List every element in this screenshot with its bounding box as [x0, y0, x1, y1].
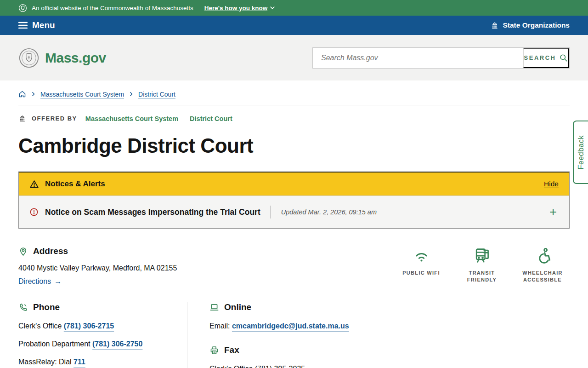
phone-section: Phone Clerk's Office (781) 306-2715 Prob…: [18, 302, 187, 368]
wifi-icon: [413, 247, 430, 264]
notices-alerts-title: Notices & Alerts: [45, 179, 538, 189]
chevron-right-icon: [129, 92, 134, 97]
location-pin-icon: [18, 247, 28, 256]
phone-line-massrelay: MassRelay: Dial 711: [18, 358, 187, 366]
chevron-right-icon: [31, 92, 36, 97]
warning-triangle-icon: [29, 179, 39, 189]
address-text: 4040 Mystic Valley Parkway, Medford, MA …: [18, 264, 177, 272]
amenity-label: PUBLIC WIFI: [402, 270, 440, 276]
menu-button[interactable]: Menu: [18, 20, 55, 30]
contact-grid: Phone Clerk's Office (781) 306-2715 Prob…: [18, 302, 570, 368]
capitol-dome-icon: [18, 115, 26, 122]
notices-alerts-header: Notices & Alerts Hide: [19, 172, 569, 196]
email-link[interactable]: cmcambridgedc@jud.state.ma.us: [232, 322, 349, 330]
amenities: PUBLIC WIFI TRANSIT FRIENDLY WHEELCHAIR …: [394, 247, 570, 286]
phone-line-probation: Probation Department (781) 306-2750: [18, 340, 187, 348]
amenity-label: WHEELCHAIR ACCESSIBLE: [515, 270, 570, 283]
site-header: Mass.gov SEARCH: [0, 35, 588, 80]
offered-by-label: OFFERED BY: [32, 115, 77, 122]
phone-line-clerks-office: Clerk's Office (781) 306-2715: [18, 322, 187, 330]
phone-link[interactable]: (781) 306-2715: [64, 322, 114, 330]
wheelchair-icon: [534, 247, 551, 264]
notice-updated-timestamp: Updated Mar. 2, 2026, 09:15 am: [281, 208, 541, 216]
breadcrumb: Massachusetts Court System District Cour…: [18, 80, 570, 105]
menu-label: Menu: [32, 20, 55, 30]
state-seal-icon: [18, 4, 27, 12]
online-heading: Online: [224, 302, 251, 312]
search-box: SEARCH: [312, 47, 570, 69]
feedback-tab[interactable]: Feedback: [573, 121, 588, 184]
fax-printer-icon: [209, 345, 219, 355]
fax-section: Fax Clerk's Office (781) 395-2035: [209, 345, 570, 368]
arrow-right-icon: →: [54, 277, 62, 286]
search-button[interactable]: SEARCH: [523, 48, 569, 68]
fax-heading: Fax: [224, 345, 239, 355]
phone-link[interactable]: 711: [74, 358, 85, 366]
feedback-label: Feedback: [577, 135, 585, 169]
hide-alerts-link[interactable]: Hide: [544, 180, 559, 188]
divider: [271, 206, 271, 218]
search-input[interactable]: [313, 48, 523, 68]
search-icon: [559, 53, 568, 62]
chevron-down-icon: [270, 5, 275, 11]
home-icon[interactable]: [18, 90, 26, 98]
massgov-logo-text: Mass.gov: [45, 50, 106, 66]
online-section: Online Email: cmcambridgedc@jud.state.ma…: [209, 302, 570, 330]
address-band: Address 4040 Mystic Valley Parkway, Medf…: [18, 246, 570, 286]
amenity-wheelchair-accessible: WHEELCHAIR ACCESSIBLE: [515, 247, 570, 286]
phone-heading: Phone: [33, 302, 60, 312]
transit-bus-icon: [474, 247, 491, 264]
fax-line-clerks-office: Clerk's Office (781) 395-2035: [209, 365, 570, 368]
email-line: Email: cmcambridgedc@jud.state.ma.us: [209, 322, 570, 330]
phone-icon: [18, 303, 28, 312]
breadcrumb-court-system[interactable]: Massachusetts Court System: [40, 91, 124, 98]
official-banner-text: An official website of the Commonwealth …: [32, 5, 193, 12]
massgov-seal-icon: [18, 47, 40, 69]
expand-notice-button[interactable]: +: [548, 207, 559, 217]
directions-link[interactable]: Directions →: [18, 277, 62, 286]
official-banner: An official website of the Commonwealth …: [0, 0, 588, 16]
address-heading: Address: [33, 246, 68, 256]
main-navigation-bar: Menu State Organizations: [0, 16, 588, 35]
capitol-dome-icon: [491, 21, 499, 29]
online-column: Online Email: cmcambridgedc@jud.state.ma…: [187, 302, 570, 368]
page-title: Cambridge District Court: [18, 134, 570, 157]
amenity-public-wifi: PUBLIC WIFI: [394, 247, 448, 286]
notice-row[interactable]: Notice on Scam Messages Impersonating th…: [19, 196, 569, 228]
state-organizations-label: State Organizations: [503, 21, 570, 29]
heres-how-you-know-toggle[interactable]: Here's how you know: [204, 5, 276, 12]
state-organizations-link[interactable]: State Organizations: [491, 21, 570, 29]
hamburger-icon: [18, 22, 28, 29]
alert-circle-icon: [29, 207, 39, 217]
search-button-label: SEARCH: [524, 54, 556, 61]
notice-title: Notice on Scam Messages Impersonating th…: [45, 207, 260, 217]
phone-link[interactable]: (781) 306-2750: [92, 340, 142, 348]
amenity-transit-friendly: TRANSIT FRIENDLY: [455, 247, 509, 286]
amenity-label: TRANSIT FRIENDLY: [455, 270, 509, 283]
address-section: Address 4040 Mystic Valley Parkway, Medf…: [18, 246, 177, 286]
laptop-icon: [209, 303, 219, 312]
breadcrumb-district-court[interactable]: District Court: [138, 91, 175, 98]
offered-by-row: OFFERED BY Massachusetts Court System Di…: [18, 115, 570, 122]
notices-alerts-box: Notices & Alerts Hide Notice on Scam Mes…: [18, 172, 570, 229]
offered-by-district-court-link[interactable]: District Court: [184, 115, 232, 122]
offered-by-court-system-link[interactable]: Massachusetts Court System: [85, 115, 178, 122]
massgov-logo[interactable]: Mass.gov: [18, 47, 106, 69]
